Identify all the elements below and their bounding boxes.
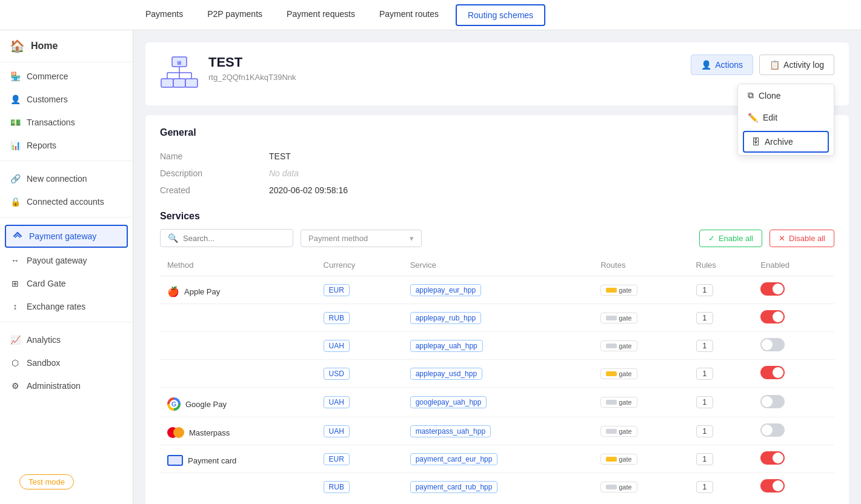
toggle[interactable] — [760, 282, 785, 296]
services-table: Method Currency Service Routes Rules Ena… — [160, 254, 834, 500]
sidebar-item-label: Transactions — [27, 118, 75, 127]
sidebar-item-analytics[interactable]: 📈 Analytics — [0, 328, 133, 351]
sidebar-item-label: Payout gateway — [27, 256, 87, 265]
sidebar-item-label: Administration — [27, 381, 81, 391]
top-nav-payment-requests[interactable]: Payment requests — [274, 0, 367, 30]
gate-badge[interactable]: gate — [600, 397, 637, 408]
rules-badge[interactable]: 1 — [696, 481, 714, 493]
currency-badge: EUR — [324, 284, 350, 296]
top-nav-routing-schemes[interactable]: Routing schemes — [456, 4, 545, 26]
transactions-icon: 💵 — [10, 117, 21, 128]
currency-cell: UAH — [316, 332, 403, 360]
sidebar-item-customers[interactable]: 👤 Customers — [0, 88, 133, 111]
enabled-cell — [753, 388, 834, 417]
routes-cell: gate — [593, 388, 688, 417]
sidebar-item-new-connection[interactable]: 🔗 New connection — [0, 167, 133, 190]
svg-rect-8 — [173, 79, 185, 87]
method-cell: Payment card — [160, 445, 316, 472]
rules-cell: 1 — [689, 332, 754, 360]
table-row: UAHapplepay_uah_hppgate1 — [160, 332, 834, 360]
sidebar-item-payout-gateway[interactable]: ↔ Payout gateway — [0, 249, 133, 272]
gate-badge[interactable]: gate — [600, 426, 637, 437]
toggle[interactable] — [760, 479, 785, 492]
toggle[interactable] — [760, 338, 785, 351]
filter-row: 🔍 Payment method ▾ ✓ Enable all ✕ Disabl… — [160, 229, 834, 247]
clone-button[interactable]: ⧉ Clone — [738, 84, 834, 107]
search-input[interactable] — [183, 234, 285, 243]
routes-cell: gate — [593, 360, 688, 388]
toggle[interactable] — [760, 366, 785, 379]
currency-badge: EUR — [324, 453, 350, 465]
sidebar-item-label: Customers — [27, 94, 68, 104]
sidebar-item-card-gate[interactable]: ⊞ Card Gate — [0, 272, 133, 295]
gate-badge[interactable]: gate — [600, 285, 637, 296]
sidebar-item-label: Analytics — [27, 335, 61, 345]
table-row: Payment cardEURpayment_card_eur_hppgate1 — [160, 445, 834, 473]
new-connection-icon: 🔗 — [10, 173, 21, 184]
general-section: General Name TEST Description No data Cr… — [145, 115, 849, 504]
service-cell: applepay_eur_hpp — [403, 276, 594, 304]
actions-dropdown: ⧉ Clone ✏️ Edit 🗄 Archive — [737, 84, 834, 156]
table-row: GGoogle PayUAHgooglepay_uah_hppgate1 — [160, 388, 834, 417]
rules-badge[interactable]: 1 — [696, 396, 714, 408]
info-row-description: Description No data — [160, 165, 834, 182]
top-nav-p2p[interactable]: P2P payments — [195, 0, 274, 30]
rules-badge[interactable]: 1 — [696, 312, 714, 324]
activity-log-button[interactable]: 📋 Activity log — [759, 55, 834, 75]
rules-badge[interactable]: 1 — [696, 453, 714, 465]
service-badge: applepay_eur_hpp — [410, 284, 481, 296]
gate-badge[interactable]: gate — [600, 340, 637, 351]
disable-all-button[interactable]: ✕ Disable all — [770, 230, 834, 247]
service-badge: googlepay_uah_hpp — [410, 396, 487, 408]
header-card: ▦ TEST rtg_2QQfn1KAkqT39Nnk — [145, 42, 849, 105]
rules-badge[interactable]: 1 — [696, 340, 714, 352]
svg-rect-7 — [161, 79, 173, 87]
enabled-cell — [753, 332, 834, 360]
x-icon: ✕ — [779, 234, 785, 243]
archive-button[interactable]: 🗄 Archive — [743, 131, 829, 153]
enable-all-button[interactable]: ✓ Enable all — [699, 230, 762, 247]
gate-badge[interactable]: gate — [600, 368, 637, 379]
test-mode-toggle[interactable]: Test mode — [19, 474, 74, 489]
toggle[interactable] — [760, 310, 785, 323]
enabled-cell — [753, 304, 834, 332]
sidebar-item-administration[interactable]: ⚙ Administration — [0, 374, 133, 397]
toggle[interactable] — [760, 423, 785, 437]
sidebar-item-connected-accounts[interactable]: 🔒 Connected accounts — [0, 190, 133, 213]
rules-cell: 1 — [689, 388, 754, 417]
sidebar-item-sandbox[interactable]: ⬡ Sandbox — [0, 351, 133, 374]
search-box[interactable]: 🔍 — [160, 229, 293, 247]
enabled-cell — [753, 417, 834, 445]
gate-badge[interactable]: gate — [600, 313, 637, 323]
info-label-created: Created — [160, 185, 269, 195]
toggle[interactable] — [760, 451, 785, 465]
sidebar-logo[interactable]: 🏠 Home — [0, 30, 133, 62]
sandbox-icon: ⬡ — [10, 357, 21, 368]
analytics-icon: 📈 — [10, 334, 21, 345]
actions-button[interactable]: 👤 Actions — [691, 55, 753, 75]
top-nav-payments[interactable]: Payments — [133, 0, 195, 30]
payment-method-filter[interactable]: Payment method ▾ — [301, 230, 422, 247]
table-row: RUBapplepay_rub_hppgate1 — [160, 304, 834, 332]
service-badge: applepay_rub_hpp — [410, 312, 481, 324]
sidebar-item-payment-gateway[interactable]: Payment gateway — [5, 225, 128, 248]
rules-badge[interactable]: 1 — [696, 425, 714, 437]
sidebar-item-reports[interactable]: 📊 Reports — [0, 134, 133, 157]
sidebar-item-exchange-rates[interactable]: ↕ Exchange rates — [0, 295, 133, 318]
edit-button[interactable]: ✏️ Edit — [738, 107, 834, 128]
service-badge: applepay_usd_hpp — [410, 368, 482, 380]
method-cell: 🍎Apple Pay — [160, 276, 316, 303]
gate-badge[interactable]: gate — [600, 482, 637, 492]
top-nav-payment-routes[interactable]: Payment routes — [367, 0, 451, 30]
rules-badge[interactable]: 1 — [696, 284, 714, 296]
currency-badge: RUB — [324, 481, 350, 493]
clone-icon: ⧉ — [748, 90, 754, 101]
col-routes: Routes — [593, 254, 688, 276]
currency-cell: RUB — [316, 304, 403, 332]
toggle[interactable] — [760, 395, 785, 408]
rules-badge[interactable]: 1 — [696, 368, 714, 380]
sidebar-item-transactions[interactable]: 💵 Transactions — [0, 111, 133, 134]
routing-scheme-icon: ▦ — [160, 55, 199, 93]
sidebar-item-commerce[interactable]: 🏪 Commerce — [0, 65, 133, 88]
gate-badge[interactable]: gate — [600, 454, 637, 465]
